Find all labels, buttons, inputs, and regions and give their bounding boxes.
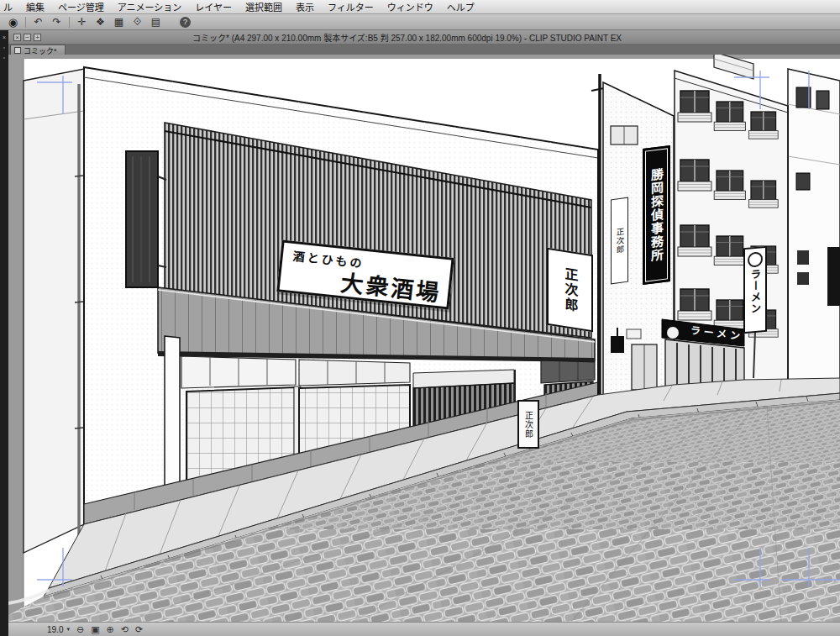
undo-icon[interactable]: ↶ [32,16,45,29]
hanging-lantern [611,336,624,353]
grid-icon[interactable]: ▦ [113,16,125,29]
status-bar: 19.0 ▾ ⊖ ▣ ⊕ ⟲ ⟳ [8,622,840,636]
menu-item-edit[interactable]: 編集 [19,0,51,13]
left-palette-dock[interactable]: × ▫ ▫ [0,30,8,636]
document-title: コミック* (A4 297.00 x 210.00mm 製本サイズ:B5 判 2… [50,31,764,44]
snap-icon[interactable]: ❖ [94,16,107,29]
redo-icon[interactable]: ↷ [50,16,63,29]
maximize-button[interactable]: + [34,34,41,41]
window-buttons: × − + [13,34,41,41]
toolbar-separator [25,17,26,28]
noren-curtain-dark [541,360,595,383]
menu-item-filter[interactable]: フィルター [321,0,381,13]
close-button[interactable]: × [13,34,21,41]
corner-vertical-sign [126,151,158,287]
zoom-out-icon[interactable]: ⊖ [76,624,84,635]
menu-item-window[interactable]: ウィンドウ [381,0,440,13]
canvas-viewport[interactable] [8,55,840,622]
menu-item-layer[interactable]: レイヤー [188,0,239,13]
document-title-bar: × − + コミック* (A4 297.00 x 210.00mm 製本サイズ:… [8,30,840,45]
toolbar-separator [69,17,70,28]
menu-item-page-manage[interactable]: ページ管理 [51,0,111,13]
zoom-in-icon[interactable]: ⊕ [107,624,114,635]
menu-item-help[interactable]: ヘルプ [440,0,481,13]
manga-canvas[interactable] [8,55,840,622]
material-icon[interactable]: ▤ [150,16,162,29]
menu-item-animation[interactable]: アニメーション [111,0,189,13]
dock-panel-icon[interactable]: ▫ [3,45,5,50]
menu-bar: ル 編集 ページ管理 アニメーション レイヤー 選択範囲 表示 フィルター ウィ… [0,0,840,14]
fit-to-screen-icon[interactable]: ▣ [91,624,99,635]
menu-item-selection[interactable]: 選択範囲 [239,0,289,13]
ruler-icon[interactable]: ⟐ [131,16,144,29]
menu-item-file-partial[interactable]: ル [2,0,19,13]
transform-icon[interactable]: ✛ [76,16,88,29]
dock-close-icon[interactable]: × [3,34,6,40]
dock-panel-icon[interactable]: ▫ [3,55,5,60]
minimize-button[interactable]: − [24,34,31,41]
tab-thumbnail-icon [14,47,21,54]
document-window: × − + コミック* (A4 297.00 x 210.00mm 製本サイズ:… [8,30,840,622]
command-toolbar: ◉ ↶ ↷ ✛ ❖ ▦ ⟐ ▤ ? [0,14,840,30]
help-icon[interactable]: ? [180,17,191,28]
ramen-logo-circle [667,327,679,339]
building-far-right [788,69,840,393]
zoom-preset-caret-icon[interactable]: ▾ [66,626,70,633]
noren-curtain [299,360,410,386]
clip-studio-logo-icon[interactable]: ◉ [7,16,19,29]
rotate-ccw-icon[interactable]: ⟲ [121,624,129,635]
rotate-reset-icon[interactable]: ⟳ [135,624,143,635]
zoom-value: 19.0 [47,625,63,634]
menu-item-view[interactable]: 表示 [289,0,321,13]
